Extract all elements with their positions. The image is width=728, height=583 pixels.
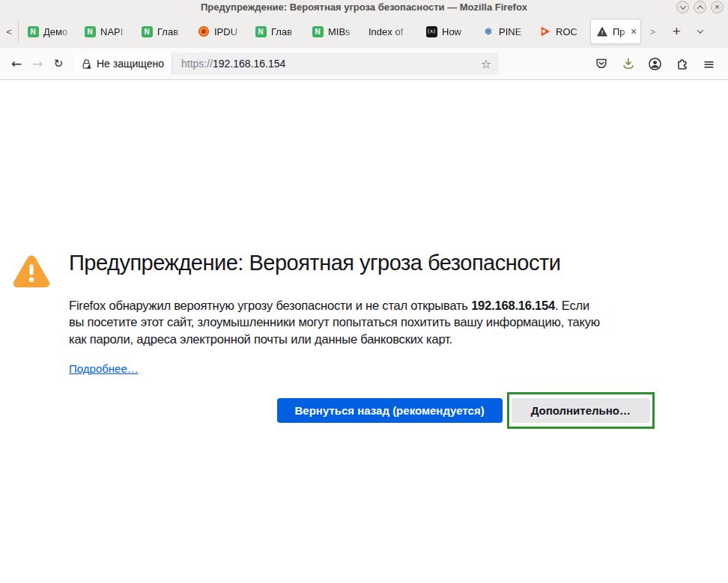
warning-triangle-icon bbox=[12, 251, 51, 290]
maximize-icon[interactable] bbox=[694, 1, 706, 13]
tab-label: Index of bbox=[368, 26, 415, 37]
window-controls: × bbox=[676, 1, 724, 13]
tab-label: MIBs bbox=[328, 26, 358, 37]
url-text: https://192.168.16.154 bbox=[172, 58, 473, 70]
tab-label: NAPI bbox=[100, 26, 130, 37]
scroll-tabs-right-icon[interactable]: > bbox=[641, 26, 664, 37]
netping-icon: N bbox=[312, 25, 324, 37]
tab-глав[interactable]: NГлав bbox=[135, 19, 192, 44]
netping-icon: N bbox=[141, 25, 153, 37]
tab-label: Глав bbox=[271, 26, 301, 37]
sun-icon bbox=[198, 25, 210, 37]
go-back-button[interactable]: Вернуться назад (рекомендуется) bbox=[277, 398, 503, 423]
toolbar-right-icons: ≡ bbox=[589, 52, 721, 75]
tab-label: Глав bbox=[157, 26, 187, 37]
learn-more-link[interactable]: Подробнее… bbox=[69, 362, 139, 375]
new-tab-button[interactable]: + bbox=[664, 23, 689, 40]
window-title: Предупреждение: Вероятная угроза безопас… bbox=[201, 0, 527, 15]
rocket-icon bbox=[539, 25, 551, 37]
black-caret-icon: (∧) bbox=[425, 25, 437, 37]
menu-hamburger-icon[interactable]: ≡ bbox=[697, 52, 721, 75]
security-warning-section: Предупреждение: Вероятная угроза безопас… bbox=[0, 80, 728, 429]
insecure-lock-icon bbox=[81, 58, 92, 70]
warning-text-column: Предупреждение: Вероятная угроза безопас… bbox=[69, 250, 655, 429]
bookmark-star-icon[interactable]: ☆ bbox=[473, 57, 499, 71]
tab-демо[interactable]: NДемо bbox=[21, 19, 78, 44]
account-icon[interactable] bbox=[643, 52, 667, 75]
tab-пр[interactable]: !Пр× bbox=[590, 19, 641, 44]
tab-how[interactable]: (∧)How bbox=[419, 19, 476, 44]
tab-napi[interactable]: NNAPI bbox=[78, 19, 135, 44]
warning-body-text: Firefox обнаружил вероятную угрозу безоп… bbox=[69, 297, 655, 348]
back-icon[interactable]: ← bbox=[6, 56, 27, 71]
url-scheme: https:// bbox=[181, 58, 213, 70]
page-title: Предупреждение: Вероятная угроза безопас… bbox=[69, 250, 655, 276]
tab-pine[interactable]: ❅PINE bbox=[476, 19, 533, 44]
titlebar: Предупреждение: Вероятная угроза безопас… bbox=[0, 0, 728, 15]
pinecone-icon: ❅ bbox=[482, 25, 494, 37]
url-host: 192.168.16.154 bbox=[213, 58, 285, 70]
tab-label: IPDU bbox=[214, 26, 244, 37]
netping-icon: N bbox=[27, 25, 39, 37]
tab-strip: NДемоNNAPINГлавIPDUNГлавNMIBsIndex of(∧)… bbox=[21, 15, 641, 48]
minimize-icon[interactable] bbox=[676, 1, 689, 13]
netping-icon: N bbox=[255, 25, 267, 37]
url-bar[interactable]: Не защищено https://192.168.16.154 ☆ bbox=[75, 52, 499, 75]
scroll-tabs-left-icon[interactable]: < bbox=[0, 26, 18, 37]
netping-icon: N bbox=[84, 25, 96, 37]
tab-label: Пр bbox=[613, 26, 629, 37]
tab-label: ROC bbox=[556, 26, 586, 37]
tab-label: Демо bbox=[43, 26, 73, 37]
security-label: Не защищено bbox=[97, 58, 164, 70]
downloads-icon[interactable] bbox=[616, 52, 640, 75]
tab-label: PINE bbox=[499, 26, 529, 37]
action-buttons-row: Вернуться назад (рекомендуется) Дополнит… bbox=[69, 392, 655, 429]
annotation-highlight: Дополнительно… bbox=[507, 392, 655, 429]
tab-mibs[interactable]: NMIBs bbox=[306, 19, 363, 44]
browser-window: Предупреждение: Вероятная угроза безопас… bbox=[0, 0, 728, 583]
forward-icon: → bbox=[27, 56, 48, 71]
advanced-button[interactable]: Дополнительно… bbox=[512, 398, 650, 423]
tab-index-of[interactable]: Index of bbox=[363, 19, 419, 44]
tab-ipdu[interactable]: IPDU bbox=[192, 19, 249, 44]
pocket-icon[interactable] bbox=[589, 52, 613, 75]
warning-icon: ! bbox=[596, 25, 608, 37]
tab-roc[interactable]: ROC bbox=[533, 19, 590, 44]
page-content: Предупреждение: Вероятная угроза безопас… bbox=[0, 80, 728, 583]
tab-close-icon[interactable]: × bbox=[631, 26, 637, 37]
tab-bar: < NДемоNNAPINГлавIPDUNГлавNMIBsIndex of(… bbox=[0, 15, 728, 48]
list-all-tabs-icon[interactable] bbox=[689, 29, 712, 34]
site-security-chip[interactable]: Не защищено bbox=[75, 52, 172, 75]
tabbar-separator bbox=[18, 20, 19, 43]
tab-label: How bbox=[442, 26, 472, 37]
extensions-puzzle-icon[interactable] bbox=[670, 52, 694, 75]
navigation-toolbar: ← → ↻ Не защищено https://192.168.16.154… bbox=[0, 48, 728, 80]
reload-icon[interactable]: ↻ bbox=[48, 57, 69, 70]
close-icon[interactable]: × bbox=[711, 1, 724, 13]
threat-host: 192.168.16.154 bbox=[471, 299, 555, 312]
tab-глав[interactable]: NГлав bbox=[249, 19, 306, 44]
